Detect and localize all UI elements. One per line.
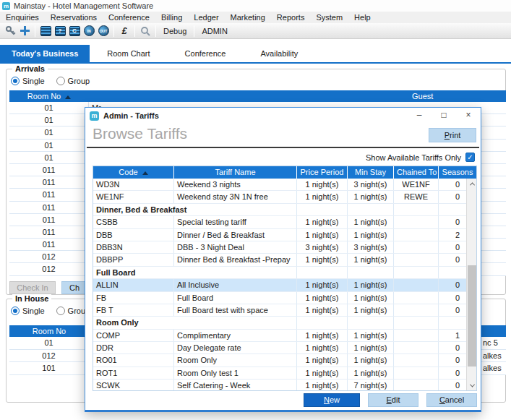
toolbar-separator <box>134 25 135 37</box>
new-button[interactable]: New <box>304 393 360 407</box>
tariff-row[interactable]: DBB3NDBB - 3 Night Deal3 night(s)3 night… <box>93 241 476 254</box>
cell-group-label: Full Board <box>93 267 297 278</box>
tariff-row[interactable]: WD3NWeekend 3 nights1 night(s)3 night(s)… <box>93 179 476 191</box>
menu-item-ledger[interactable]: Ledger <box>188 12 224 23</box>
maximize-button[interactable]: □ <box>431 108 456 124</box>
conference-icon[interactable]: C <box>68 25 81 38</box>
tariff-row[interactable]: DDRDay Delegate rate1 night(s)1 night(s)… <box>93 342 476 354</box>
cell-tariff-name: Weekend 3 nights <box>174 179 297 190</box>
search-icon[interactable] <box>139 25 152 38</box>
tariff-row[interactable]: ALLINAll Inclusive1 night(s)1 night(s)0 <box>93 279 476 291</box>
menu-item-marketing[interactable]: Marketing <box>225 12 271 23</box>
tariff-row-group[interactable]: Full Board <box>93 267 476 279</box>
tab-today-s-business[interactable]: Today's Business <box>0 45 90 62</box>
tariffs-col-chained-to[interactable]: Chained To <box>394 166 439 179</box>
close-button[interactable]: × <box>456 108 481 124</box>
tariff-row-group[interactable]: Room Only <box>93 317 476 329</box>
tariff-row[interactable]: SCWKSelf Catering - Week1 night(s)7 nigh… <box>93 380 476 390</box>
tariff-row[interactable]: FB TFull Board test with space1 night(s)… <box>93 304 476 317</box>
cell-tariff-name: Day Delegate rate <box>174 342 297 353</box>
menu-item-enquiries[interactable]: Enquiries <box>0 12 45 23</box>
cell-chained-to <box>394 367 439 379</box>
cell-price-period: 1 night(s) <box>297 304 348 316</box>
filter-label: Show Available Tariffs Only <box>366 153 461 162</box>
show-available-checkbox[interactable]: ✓ <box>465 153 475 162</box>
tariff-row-group[interactable]: Dinner, Bed & Breakfast <box>93 204 476 216</box>
tariff-row[interactable]: COMPComplimentary1 night(s)1 night(s)1 <box>93 330 476 342</box>
tariff-row[interactable]: FBFull Board1 night(s)1 night(s)0 <box>93 292 476 304</box>
menu-item-billing[interactable]: Billing <box>155 12 188 23</box>
tariff-row[interactable]: WE1NFWeekend stay 3N 1N free1 night(s)1 … <box>93 191 476 203</box>
tariffs-col-price-period[interactable]: Price Period <box>297 166 348 179</box>
tariff-row[interactable]: DBBPPDinner Bed & Breakfast -Prepay1 nig… <box>93 254 476 266</box>
room-enquiry-icon[interactable]: ? <box>53 25 66 38</box>
menu-item-system[interactable]: System <box>310 12 348 23</box>
cell-chained-to: WE1NF <box>394 179 439 190</box>
cell-code: DBBPP <box>93 254 174 265</box>
cell-chained-to <box>394 241 439 253</box>
tab-room-chart[interactable]: Room Chart <box>90 45 167 62</box>
arrivals-radio-single[interactable]: Single <box>11 77 45 85</box>
cell-chained-to: REWE <box>394 191 439 202</box>
add-icon[interactable] <box>18 25 31 38</box>
tariffs-col-code[interactable]: Code <box>93 166 174 179</box>
cell-price-period <box>297 267 348 278</box>
cell-price-period: 1 night(s) <box>297 330 348 341</box>
header-label: Code <box>119 168 137 176</box>
cell-price-period: 1 night(s) <box>297 380 348 390</box>
dialog-titlebar[interactable]: m Admin - Tariffs – □ × <box>85 108 481 124</box>
tariffs-table-header[interactable]: CodeTariff NamePrice PeriodMin StayChain… <box>93 166 476 179</box>
inhouse-radio-single[interactable]: Single <box>11 307 45 315</box>
cell-price-period: 1 night(s) <box>297 367 348 379</box>
billing-icon[interactable]: £ <box>118 25 131 38</box>
tariffs-col-tariff-name[interactable]: Tariff Name <box>174 166 297 179</box>
cell-price-period <box>297 204 348 215</box>
debug-button[interactable]: Debug <box>159 27 191 35</box>
current-user-label: ADMIN <box>197 27 231 35</box>
radio-unselected-icon <box>56 307 65 315</box>
tab-conference[interactable]: Conference <box>168 45 244 62</box>
menu-item-help[interactable]: Help <box>348 12 377 23</box>
scrollbar-thumb[interactable] <box>468 265 476 367</box>
cancel-button[interactable]: Cancel <box>426 393 477 407</box>
radio-group-label: Group <box>68 77 90 85</box>
menu-item-conference[interactable]: Conference <box>103 12 155 23</box>
tariff-row[interactable]: DBBDinner / Bed & Breakfast1 night(s)1 n… <box>93 229 476 241</box>
arrivals-table-header[interactable]: Room No Guest <box>9 90 506 102</box>
cell-tariff-name: Dinner / Bed & Breakfast <box>174 229 297 241</box>
key-icon[interactable] <box>4 25 17 38</box>
scroll-down-icon[interactable] <box>467 380 477 390</box>
cell-min-stay: 1 night(s) <box>348 354 394 366</box>
cell-min-stay: 1 night(s) <box>348 367 394 379</box>
minimize-button[interactable]: – <box>407 108 431 124</box>
cell-price-period: 1 night(s) <box>297 191 348 202</box>
tariff-row[interactable]: RO01Room Only1 night(s)1 night(s)0 <box>93 354 476 367</box>
menu-item-reports[interactable]: Reports <box>271 12 311 23</box>
cell-price-period: 3 night(s) <box>297 241 348 253</box>
cell-min-stay: 1 night(s) <box>348 330 394 341</box>
dialog-heading: Browse Tariffs <box>93 125 187 142</box>
tariffs-col-min-stay[interactable]: Min Stay <box>348 166 394 179</box>
vertical-scrollbar[interactable] <box>466 179 476 390</box>
check-in-icon[interactable]: IN <box>82 25 95 38</box>
check-out-icon[interactable]: OUT <box>97 25 110 38</box>
tariff-row[interactable]: ROT1Room Only test 11 night(s)1 night(s)… <box>93 367 476 380</box>
room-list-icon[interactable] <box>39 25 52 38</box>
tariff-row[interactable]: CSBBSpecial testing tariff1 night(s)1 ni… <box>93 216 476 228</box>
cell-code: FB T <box>93 304 174 316</box>
scroll-up-icon[interactable] <box>467 179 477 189</box>
print-button[interactable]: Print <box>429 128 476 142</box>
radio-single-label: Single <box>22 77 45 85</box>
radio-single-label: Single <box>22 307 45 315</box>
tab-availability[interactable]: Availability <box>243 45 315 62</box>
cell-room-no: 101 <box>9 362 89 374</box>
tariffs-col-seasons[interactable]: Seasons <box>439 166 476 179</box>
cell-price-period: 1 night(s) <box>297 292 348 304</box>
menu-item-reservations[interactable]: Reservations <box>45 12 103 23</box>
cell-code: WD3N <box>93 179 174 190</box>
edit-button[interactable]: Edit <box>368 393 418 407</box>
cell-min-stay: 1 night(s) <box>348 279 394 291</box>
cell-min-stay: 3 night(s) <box>348 179 394 190</box>
arrivals-radio-group[interactable]: Group <box>56 77 90 85</box>
check-in-button[interactable]: Check In <box>9 281 56 294</box>
